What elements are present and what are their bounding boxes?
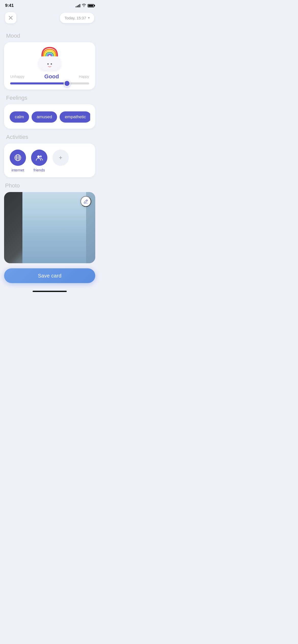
cloud-mouth bbox=[48, 65, 51, 67]
photo-section: Photo bbox=[4, 182, 95, 263]
mood-happy-label: Happy bbox=[79, 75, 89, 79]
mood-slider[interactable] bbox=[9, 82, 90, 84]
home-indicator bbox=[0, 291, 99, 294]
photo-edit-button[interactable] bbox=[80, 196, 91, 207]
rainbow-icon bbox=[41, 46, 59, 57]
activity-internet[interactable]: internet bbox=[10, 150, 26, 172]
activity-friends[interactable]: friends bbox=[31, 150, 47, 172]
photo-section-label: Photo bbox=[4, 182, 95, 192]
chevron-down-icon: ▾ bbox=[88, 16, 90, 20]
mood-card: Unhappy Good Happy bbox=[4, 42, 95, 90]
mood-section-label: Mood bbox=[0, 33, 99, 42]
feeling-chip-empathetic[interactable]: empathetic bbox=[60, 111, 90, 123]
activity-internet-label: internet bbox=[11, 168, 24, 172]
slider-track bbox=[10, 82, 89, 84]
internet-icon bbox=[10, 150, 26, 166]
mood-label-row: Unhappy Good Happy bbox=[9, 73, 90, 80]
svg-point-4 bbox=[40, 155, 42, 157]
mood-emoji bbox=[37, 47, 62, 70]
status-bar: 9:41 bbox=[0, 0, 99, 10]
date-text: Today, 15:37 bbox=[64, 16, 86, 20]
photo-card bbox=[4, 192, 95, 263]
feeling-chip-amused[interactable]: amused bbox=[32, 111, 57, 123]
svg-point-3 bbox=[37, 155, 40, 158]
feelings-row: calm amused empathetic + is bbox=[9, 109, 90, 125]
save-card-button[interactable]: Save card bbox=[4, 268, 95, 283]
activity-friends-label: friends bbox=[33, 168, 45, 172]
cloud-icon bbox=[38, 56, 61, 70]
signal-icon bbox=[76, 4, 80, 7]
battery-icon bbox=[88, 4, 94, 7]
status-time: 9:41 bbox=[5, 3, 14, 8]
feelings-card: calm amused empathetic + is bbox=[4, 104, 95, 129]
friends-icon bbox=[31, 150, 47, 166]
save-btn-label: Save card bbox=[38, 273, 62, 279]
mood-current-label: Good bbox=[44, 73, 59, 80]
add-activity-button[interactable]: + bbox=[52, 150, 69, 166]
cloud-eyes bbox=[47, 63, 52, 65]
date-picker-button[interactable]: Today, 15:37 ▾ bbox=[60, 13, 94, 23]
activities-row: internet friends + bbox=[9, 149, 90, 173]
wifi-icon bbox=[82, 4, 86, 8]
activities-section-label: Activities bbox=[0, 134, 99, 143]
mood-unhappy-label: Unhappy bbox=[10, 75, 24, 79]
feeling-chip-calm[interactable]: calm bbox=[10, 111, 29, 123]
save-btn-container: Save card bbox=[0, 268, 99, 291]
feelings-section-label: Feelings bbox=[0, 95, 99, 104]
status-icons bbox=[76, 4, 94, 8]
close-button[interactable] bbox=[5, 12, 16, 23]
slider-thumb bbox=[64, 80, 70, 87]
activities-card: internet friends + bbox=[4, 143, 95, 177]
home-bar bbox=[33, 291, 67, 292]
header: Today, 15:37 ▾ bbox=[0, 10, 99, 27]
